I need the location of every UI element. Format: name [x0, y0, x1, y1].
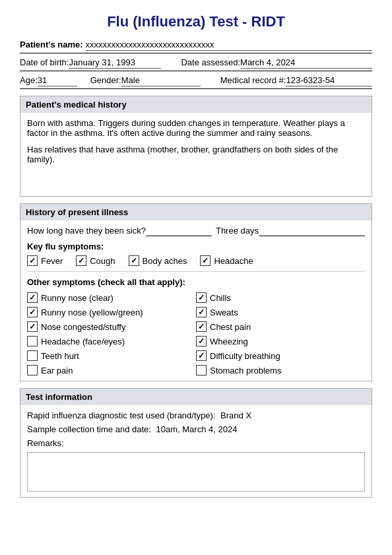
medical-history-section: Patient's medical history Born with asth… [20, 96, 372, 197]
sick-question: How long have they been sick? [27, 226, 146, 236]
other-label-left-4: Teeth hurt [41, 351, 79, 361]
sample-value: 10am, March 4, 2024 [156, 424, 238, 434]
other-symptom-right-2: Chest pain [196, 321, 365, 332]
other-symptom-left-1: Runny nose (yellow/green) [27, 307, 196, 317]
patient-name-label: Patient's name: [20, 40, 83, 49]
other-symptom-left-5: Ear pain [27, 365, 196, 375]
brand-label: Rapid influenza diagnostic test used (br… [27, 410, 215, 420]
dob-assessed-row: Date of birth: January 31, 1993 Date ass… [20, 57, 372, 71]
key-symptom-item-2: Body aches [129, 255, 187, 266]
patient-name-value: xxxxxxxxxxxxxxxxxxxxxxxxxxxxxx [86, 40, 372, 51]
sample-row: Sample collection time and date: 10am, M… [27, 424, 365, 434]
present-illness-header: History of present illness [20, 204, 372, 220]
other-label-right-0: Chills [210, 293, 231, 303]
other-symptom-left-0: Runny nose (clear) [27, 292, 196, 303]
other-label-left-1: Runny nose (yellow/green) [41, 308, 143, 317]
other-cb-right-1[interactable] [196, 307, 207, 317]
other-label-left-5: Ear pain [41, 366, 73, 375]
other-cb-left-5[interactable] [27, 365, 38, 375]
other-cb-left-4[interactable] [27, 350, 38, 361]
other-cb-right-0[interactable] [196, 292, 207, 303]
medical-record-value: 123-6323-54 [286, 75, 372, 86]
other-label-left-3: Headache (face/eyes) [41, 337, 125, 346]
page-title: Flu (Influenza) Test - RIDT [20, 13, 372, 30]
other-symptom-right-1: Sweats [196, 307, 365, 317]
date-assessed-label: Date assessed: [181, 57, 240, 67]
other-symptom-left-3: Headache (face/eyes) [27, 336, 196, 346]
date-assessed-value: March 4, 2024 [240, 57, 372, 69]
patient-name-row: Patient's name: xxxxxxxxxxxxxxxxxxxxxxxx… [20, 40, 372, 53]
key-symptom-cb-2[interactable] [129, 255, 139, 266]
present-illness-section: History of present illness How long have… [20, 203, 372, 381]
other-symptoms-label: Other symptoms (check all that apply): [27, 277, 365, 287]
key-symptom-label-1: Cough [90, 256, 115, 266]
other-symptom-right-5: Stomach problems [196, 365, 365, 375]
key-symptom-cb-1[interactable] [76, 255, 86, 266]
key-symptoms-row: FeverCoughBody achesHeadache [27, 255, 365, 266]
dob-value: January 31, 1993 [69, 57, 161, 69]
other-cb-left-0[interactable] [27, 292, 38, 303]
key-symptom-label-2: Body aches [143, 256, 187, 266]
other-label-right-1: Sweats [210, 308, 238, 317]
other-label-left-2: Nose congested/stuffy [41, 322, 125, 332]
sick-duration-row: How long have they been sick? Three days [27, 226, 365, 236]
present-illness-body: How long have they been sick? Three days… [20, 220, 372, 381]
sample-label: Sample collection time and date: [27, 424, 151, 434]
medical-history-text2: Has relatives that have asthma (mother, … [27, 145, 365, 164]
sick-answer: Three days [216, 226, 259, 236]
key-symptom-item-1: Cough [76, 255, 115, 266]
brand-value: Brand X [220, 410, 251, 420]
key-symptom-label-0: Fever [41, 256, 63, 266]
other-cb-left-2[interactable] [27, 321, 38, 332]
dob-label: Date of birth: [20, 57, 69, 67]
other-symptom-right-0: Chills [196, 292, 365, 303]
other-label-right-2: Chest pain [210, 322, 251, 332]
gender-value: Male [121, 75, 201, 86]
medical-history-text1: Born with asthma. Triggers during sudden… [27, 118, 365, 138]
remarks-label: Remarks: [27, 438, 64, 448]
other-label-right-3: Wheezing [210, 337, 248, 346]
other-symptom-left-4: Teeth hurt [27, 350, 196, 361]
other-symptom-left-2: Nose congested/stuffy [27, 321, 196, 332]
other-cb-right-4[interactable] [196, 350, 207, 361]
other-symptoms-right: ChillsSweatsChest painWheezingDifficulty… [196, 292, 365, 375]
other-cb-left-3[interactable] [27, 336, 38, 346]
key-symptom-cb-0[interactable] [27, 255, 38, 266]
test-info-header: Test information [20, 389, 372, 405]
medical-history-body: Born with asthma. Triggers during sudden… [20, 113, 372, 196]
medical-record-label: Medical record #: [220, 75, 286, 85]
test-info-body: Rapid influenza diagnostic test used (br… [20, 405, 372, 497]
other-cb-right-5[interactable] [196, 365, 207, 375]
other-symptoms-grid: Runny nose (clear)Runny nose (yellow/gre… [27, 292, 365, 375]
other-cb-right-3[interactable] [196, 336, 207, 346]
remarks-row: Remarks: [27, 438, 365, 448]
brand-row: Rapid influenza diagnostic test used (br… [27, 410, 365, 420]
medical-history-header: Patient's medical history [20, 96, 372, 113]
test-info-section: Test information Rapid influenza diagnos… [20, 388, 372, 498]
other-symptom-right-3: Wheezing [196, 336, 365, 346]
other-label-left-0: Runny nose (clear) [41, 293, 114, 303]
key-symptoms-label: Key flu symptoms: [27, 242, 365, 251]
other-label-right-4: Difficulty breathing [210, 351, 280, 361]
key-symptom-cb-3[interactable] [200, 255, 211, 266]
key-symptom-label-3: Headache [214, 256, 253, 266]
key-symptom-item-3: Headache [200, 255, 253, 266]
other-cb-right-2[interactable] [196, 321, 207, 332]
age-value: 31 [38, 75, 77, 86]
age-gender-row: Age: 31 Gender: Male Medical record #: 1… [20, 75, 372, 89]
remarks-area [27, 452, 365, 492]
other-cb-left-1[interactable] [27, 307, 38, 317]
age-label: Age: [20, 75, 38, 85]
key-symptom-item-0: Fever [27, 255, 63, 266]
other-label-right-5: Stomach problems [210, 366, 281, 375]
other-symptoms-left: Runny nose (clear)Runny nose (yellow/gre… [27, 292, 196, 375]
gender-label: Gender: [90, 75, 121, 85]
other-symptom-right-4: Difficulty breathing [196, 350, 365, 361]
